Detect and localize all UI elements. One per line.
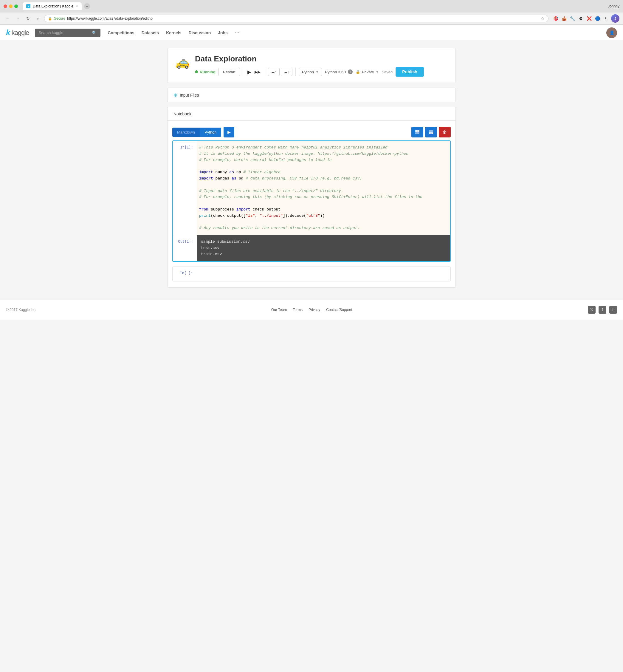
delete-cell-button[interactable]: 🗑 [439, 127, 451, 138]
notebook-title: Data Exploration [195, 54, 448, 63]
browser-extensions: 🎯 🎪 🔧 ⚙ ❌ 🔵 ⋮ J [553, 14, 619, 23]
run-all-button[interactable]: ▶▶ [254, 68, 262, 76]
browser-user-avatar[interactable]: J [611, 14, 619, 23]
chevron-visibility-icon: ▼ [376, 70, 379, 74]
notebook-section-label: Notebook [174, 112, 191, 116]
markdown-tab[interactable]: Markdown [172, 127, 200, 137]
toolbar-divider-3 [295, 68, 296, 76]
maximize-window-button[interactable] [14, 4, 18, 8]
search-bar[interactable]: 🔍 [35, 29, 100, 37]
minimize-window-button[interactable] [9, 4, 12, 8]
search-icon: 🔍 [92, 30, 97, 35]
tab-favicon-icon: k [26, 4, 30, 8]
tab-title: Data Exploration | Kaggle [33, 4, 73, 8]
site-footer: © 2017 Kaggle Inc Our Team Terms Privacy… [0, 300, 623, 320]
status-label: Running [200, 70, 215, 74]
toolbar-divider-1 [243, 68, 243, 76]
extension-4-icon[interactable]: ⚙ [578, 16, 584, 22]
cell-output-area: Out[1]: sample_submission.csv test.csv t… [173, 235, 450, 261]
url-text: https://www.kaggle.com/atlas7/data-explo… [67, 17, 153, 21]
reload-button[interactable]: ↻ [24, 14, 32, 23]
cell-out-label: Out[1]: [173, 235, 197, 248]
empty-cell-input[interactable] [197, 267, 450, 279]
upload-button[interactable]: ☁↑ [268, 68, 279, 76]
extension-6-icon[interactable]: 🔵 [594, 16, 600, 22]
notebook-section-header: Notebook [168, 107, 455, 121]
kaggle-k-letter: k [6, 28, 10, 37]
forward-button[interactable]: → [14, 14, 22, 23]
empty-cell[interactable]: In[ ]: [172, 266, 451, 282]
kernel-language-selector[interactable]: Python ▼ [299, 68, 322, 76]
kaggle-navbar: k kaggle 🔍 Competitions Datasets Kernels… [0, 25, 623, 41]
cell-type-controls: Markdown Python ▶ [172, 127, 234, 138]
new-tab-button[interactable]: + [84, 3, 90, 9]
input-files-label: Input Files [180, 93, 199, 97]
output-line-2: test.csv [201, 246, 219, 250]
upload-buttons: ☁↑ ☁↓ [268, 68, 292, 76]
info-icon[interactable]: i [348, 69, 353, 74]
notebook-header-card: 🚕 Data Exploration Running Restart ▶ ▶▶ [167, 48, 456, 83]
browser-titlebar: k Data Exploration | Kaggle ✕ + Johnny [0, 0, 623, 12]
back-button[interactable]: ← [4, 14, 12, 23]
footer-social: 𝕏 f in [588, 306, 617, 314]
svg-text:+: + [417, 130, 418, 132]
close-window-button[interactable] [4, 4, 7, 8]
run-cell-button[interactable]: ▶ [246, 68, 252, 76]
notebook-card: Notebook Markdown Python ▶ [167, 107, 456, 288]
footer-terms[interactable]: Terms [293, 308, 302, 312]
browser-tab[interactable]: k Data Exploration | Kaggle ✕ [23, 2, 82, 10]
notebook-toolbar: Running Restart ▶ ▶▶ ☁↑ ☁↓ [195, 67, 448, 77]
twitter-icon[interactable]: 𝕏 [588, 306, 596, 314]
chevron-down-icon: ▼ [316, 70, 319, 74]
facebook-icon[interactable]: f [598, 306, 606, 314]
code-cell-1: In[1]: # This Python 3 environment comes… [172, 140, 451, 262]
kaggle-logo[interactable]: k kaggle [6, 28, 29, 37]
input-files-card[interactable]: ⊕ Input Files [167, 88, 456, 102]
nav-competitions[interactable]: Competitions [108, 30, 134, 35]
python-version-info: Python 3.6.1 i [325, 69, 353, 74]
extension-1-icon[interactable]: 🎯 [553, 16, 559, 22]
cell-input-area: In[1]: # This Python 3 environment comes… [173, 141, 450, 235]
nav-datasets[interactable]: Datasets [142, 30, 159, 35]
home-button[interactable]: ⌂ [34, 14, 42, 23]
browser-nav: ← → ↻ ⌂ 🔒 Secure https://www.kaggle.com/… [0, 12, 623, 25]
footer-our-team[interactable]: Our Team [271, 308, 287, 312]
linkedin-icon[interactable]: in [609, 306, 617, 314]
user-avatar[interactable]: 👤 [606, 27, 617, 38]
tab-close-button[interactable]: ✕ [76, 5, 78, 8]
status-dot-icon [195, 70, 198, 74]
footer-links: Our Team Terms Privacy Contact/Support [271, 308, 352, 312]
nav-jobs[interactable]: Jobs [218, 30, 228, 35]
run-cell-toolbar-button[interactable]: ▶ [224, 127, 234, 138]
more-options-icon[interactable]: ⋮ [603, 16, 609, 22]
nav-discussion[interactable]: Discussion [189, 30, 211, 35]
cell-type-tabs: Markdown Python [172, 127, 221, 137]
bookmark-star-icon[interactable]: ☆ [541, 16, 544, 21]
add-cell-above-button[interactable]: + [411, 127, 423, 138]
search-input[interactable] [38, 30, 89, 35]
restart-button[interactable]: Restart [218, 68, 240, 76]
publish-button[interactable]: Publish [395, 67, 424, 77]
add-above-icon: + [415, 129, 420, 135]
address-bar[interactable]: 🔒 Secure https://www.kaggle.com/atlas7/d… [44, 14, 548, 22]
footer-contact[interactable]: Contact/Support [326, 308, 352, 312]
extension-5-icon[interactable]: ❌ [586, 16, 592, 22]
traffic-lights [4, 4, 18, 8]
empty-cell-label: In[ ]: [173, 267, 197, 280]
nav-kernels[interactable]: Kernels [166, 30, 181, 35]
add-cell-below-button[interactable]: + [425, 127, 437, 138]
copyright-text: © 2017 Kaggle Inc [6, 308, 35, 312]
toolbar-divider-2 [265, 68, 265, 76]
visibility-selector[interactable]: 🔒 Private ▼ [356, 70, 379, 74]
download-button[interactable]: ☁↓ [281, 68, 292, 76]
browser-chrome: k Data Exploration | Kaggle ✕ + Johnny ←… [0, 0, 623, 25]
cell-code-content[interactable]: # This Python 3 environment comes with m… [197, 141, 450, 235]
svg-text:+: + [431, 133, 432, 134]
output-line-1: sample_submission.csv [201, 239, 250, 244]
extension-2-icon[interactable]: 🎪 [561, 16, 567, 22]
python-tab[interactable]: Python [200, 127, 221, 137]
footer-privacy[interactable]: Privacy [308, 308, 320, 312]
nav-more-button[interactable]: ··· [235, 30, 239, 36]
extension-3-icon[interactable]: 🔧 [569, 16, 575, 22]
page-content: 🚕 Data Exploration Running Restart ▶ ▶▶ [162, 48, 461, 288]
